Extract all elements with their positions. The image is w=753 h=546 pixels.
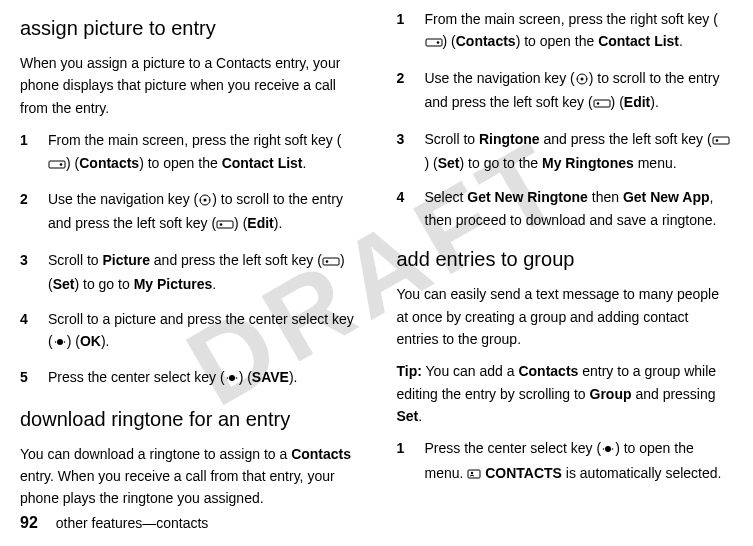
svg-rect-6 (217, 221, 233, 228)
text: . (679, 33, 683, 49)
svg-point-20 (576, 78, 578, 80)
step: 2 Use the navigation key () to scroll to… (20, 188, 357, 237)
svg-point-12 (63, 341, 65, 343)
label-contacts-menu: CONTACTS (485, 465, 562, 481)
text: From the main screen, press the right so… (425, 11, 718, 27)
label-save: SAVE (252, 369, 289, 385)
text: ). (101, 333, 110, 349)
step-body: Press the center select key () to open t… (425, 437, 734, 486)
tip-label: Tip: (397, 363, 422, 379)
step: 3 Scroll to Picture and press the left s… (20, 249, 357, 296)
label-my-ringtones: My Ringtones (542, 155, 634, 171)
step: 3 Scroll to Ringtone and press the left … (397, 128, 734, 175)
heading-download-ringtone: download ringtone for an entry (20, 403, 357, 435)
svg-rect-0 (49, 161, 65, 168)
step-number: 3 (20, 249, 34, 296)
label-contacts: Contacts (518, 363, 578, 379)
svg-point-5 (209, 199, 211, 201)
heading-assign-picture: assign picture to entry (20, 12, 357, 44)
label-edit: Edit (247, 215, 273, 231)
text: and pressing (632, 386, 716, 402)
right-soft-key-icon (48, 154, 66, 176)
label-set: Set (438, 155, 460, 171)
label-my-pictures: My Pictures (134, 276, 213, 292)
step: 4 Select Get New Ringtone then Get New A… (397, 186, 734, 231)
label-contacts: Contacts (79, 155, 139, 171)
step-body: Scroll to Ringtone and press the left so… (425, 128, 734, 175)
svg-point-4 (200, 199, 202, 201)
text: and press the left soft key ( (150, 252, 322, 268)
label-get-new-app: Get New App (623, 189, 710, 205)
nav-key-icon (575, 69, 589, 91)
intro-download-ringtone: You can download a ringtone to assign to… (20, 443, 357, 510)
svg-rect-22 (594, 100, 610, 107)
label-get-new-ringtone: Get New Ringtone (467, 189, 588, 205)
step: 1 From the main screen, press the right … (20, 129, 357, 176)
text: ) to open the (516, 33, 599, 49)
left-soft-key-icon (216, 214, 234, 236)
label-group: Group (590, 386, 632, 402)
text: You can download a ringtone to assign to… (20, 446, 291, 462)
text: ) to open the (139, 155, 222, 171)
svg-point-23 (596, 102, 599, 105)
step-number: 4 (397, 186, 411, 231)
text: Select (425, 189, 468, 205)
nav-key-icon (198, 190, 212, 212)
svg-point-15 (235, 377, 237, 379)
svg-rect-8 (323, 258, 339, 265)
svg-point-25 (715, 139, 718, 142)
center-key-icon (225, 368, 239, 390)
step-body: Select Get New Ringtone then Get New App… (425, 186, 734, 231)
svg-point-14 (226, 377, 228, 379)
contacts-card-icon (467, 464, 481, 486)
text: ) ( (67, 333, 80, 349)
page-content: assign picture to entry When you assign … (0, 0, 753, 520)
left-soft-key-icon (712, 130, 730, 152)
text: and press the left soft key ( (540, 131, 712, 147)
tip-paragraph: Tip: You can add a Contacts entry to a g… (397, 360, 734, 427)
step-body: Press the center select key () (SAVE). (48, 366, 357, 390)
text: ) ( (66, 155, 79, 171)
text: ) to go to (74, 276, 133, 292)
text: menu. (634, 155, 677, 171)
step-body: Scroll to a picture and press the center… (48, 308, 357, 355)
label-contacts: Contacts (291, 446, 351, 462)
step-body: From the main screen, press the right so… (48, 129, 357, 176)
text: ) ( (611, 94, 624, 110)
step-body: Scroll to Picture and press the left sof… (48, 249, 357, 296)
step-number: 1 (20, 129, 34, 176)
step-number: 1 (397, 8, 411, 55)
left-column: assign picture to entry When you assign … (20, 8, 357, 520)
text: Scroll to (48, 252, 102, 268)
intro-assign-picture: When you assign a picture to a Contacts … (20, 52, 357, 119)
step: 5 Press the center select key () (SAVE). (20, 366, 357, 390)
text: ) ( (239, 369, 252, 385)
step: 1 Press the center select key () to open… (397, 437, 734, 486)
label-set: Set (397, 408, 419, 424)
step-number: 5 (20, 366, 34, 390)
text: is automatically selected. (562, 465, 722, 481)
step-number: 1 (397, 437, 411, 486)
text: then (588, 189, 623, 205)
step-body: Use the navigation key () to scroll to t… (48, 188, 357, 237)
text: ) ( (234, 215, 247, 231)
heading-add-entries-group: add entries to group (397, 243, 734, 275)
svg-point-10 (57, 339, 63, 345)
step-number: 4 (20, 308, 34, 355)
svg-point-19 (580, 77, 583, 80)
label-contact-list: Contact List (598, 33, 679, 49)
text: entry. When you receive a call from that… (20, 468, 335, 506)
svg-rect-16 (426, 39, 442, 46)
text: ). (289, 369, 298, 385)
label-set: Set (53, 276, 75, 292)
svg-point-28 (612, 449, 614, 451)
right-column: 1 From the main screen, press the right … (397, 8, 734, 520)
svg-point-26 (605, 446, 611, 452)
text: . (303, 155, 307, 171)
text: Press the center select key ( (48, 369, 225, 385)
center-key-icon (53, 332, 67, 354)
svg-point-13 (229, 375, 235, 381)
label-ok: OK (80, 333, 101, 349)
svg-point-27 (603, 449, 605, 451)
text: Press the center select key ( (425, 440, 602, 456)
